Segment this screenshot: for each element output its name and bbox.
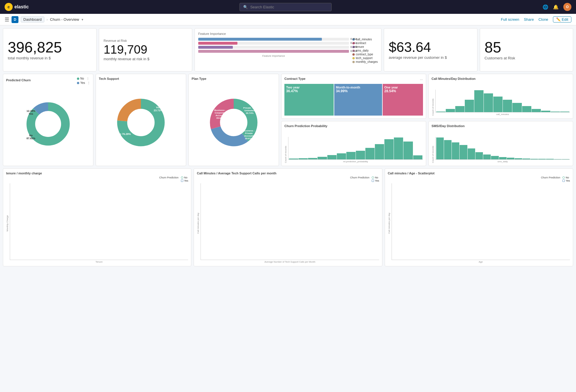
- treemap: Two year 36.47% Month-to-month 34.99% On…: [284, 84, 423, 116]
- churn-bar: [365, 148, 375, 159]
- dashboard-main: 396,825 total monthly revenue in $ Reven…: [0, 25, 576, 269]
- feature-importance-content: 0.654 0.211 0.185: [198, 38, 378, 68]
- churn-legend-yes: Yes ⋮: [77, 81, 90, 84]
- churn-bar: [318, 157, 327, 159]
- churn-bar: [394, 137, 403, 159]
- options-icon2[interactable]: ⋮: [87, 81, 90, 84]
- churn-bar: [308, 158, 317, 159]
- plan-type-wrapper: Business - Corporate Account 39.66% Priv…: [209, 98, 258, 147]
- scatter3-area: Call minutes per day Age: [388, 183, 570, 263]
- churn-pred-label: Churn Prediction: [159, 176, 179, 179]
- search-bar[interactable]: 🔍 Search Elastic: [239, 3, 332, 11]
- customers-at-risk-value: 85: [485, 40, 569, 55]
- tech-yes-label: Yes23.72%: [154, 106, 163, 112]
- total-revenue-value: 396,825: [8, 40, 92, 55]
- donut-wrapper: 12.18%Yes No87.82%: [25, 101, 71, 147]
- tech-support-card: Tech Support Yes23.72% No 76.28%: [96, 74, 186, 166]
- scatter1-area: Monthly Charge Tenure: [6, 183, 188, 263]
- donut-no-label: No87.82%: [27, 134, 35, 140]
- contract-type-title: Contract Type: [284, 77, 305, 80]
- churn-x-label: ml.prediction_probability: [288, 160, 423, 163]
- edit-label: Edit: [562, 17, 568, 22]
- scatter2-y-label: Call minutes per day: [197, 183, 199, 263]
- bar-tenure: 0.185: [198, 46, 349, 49]
- churn-bar: [327, 155, 337, 159]
- breadcrumb-d: D: [12, 16, 18, 23]
- tech-no-label: No 76.28%: [118, 133, 131, 135]
- scatter2-card: Call Minutes / Average Tech Support Call…: [194, 168, 382, 266]
- scatter3-x-label: Age: [392, 261, 570, 263]
- scatter1-canvas: [10, 183, 188, 260]
- treemap-oneyear: One year 28.54%: [383, 84, 423, 116]
- legend-monthly-charges: monthly_charges: [352, 60, 378, 63]
- churn-bars: [288, 137, 423, 160]
- chevron-down-icon[interactable]: ▾: [82, 18, 83, 22]
- revenue-at-risk-value: 119,709: [104, 44, 188, 56]
- options-icon[interactable]: ⋮: [86, 77, 89, 80]
- breadcrumb-bar: ☰ D Dashboard › Churn - Overview ▾ Full …: [0, 14, 576, 25]
- churn-bar: [346, 152, 356, 159]
- scatter2-canvas: [201, 183, 379, 260]
- call-minutes-chart: Count of records: [432, 82, 570, 116]
- more-icon[interactable]: ···: [420, 78, 423, 82]
- breadcrumb-left: ☰ D Dashboard › Churn - Overview ▾: [5, 16, 83, 23]
- churn-prob-card: Churn Prediction Probability Count of re…: [281, 121, 426, 166]
- avg-revenue-card: $63.64 average revenue per customer in $: [384, 28, 477, 71]
- scatter1-x-label: Tenure: [10, 261, 188, 263]
- churn-prob-chart: Count of records: [284, 129, 423, 163]
- edit-button[interactable]: ✏️ Edit: [553, 16, 571, 22]
- plan-private-label: Private - 5G Unlimited 30.74%: [242, 107, 258, 114]
- scatter2-x-label: Average Number of Tech Support Calls per…: [201, 261, 379, 263]
- churn-bar: [384, 139, 394, 159]
- plan-biz-label: Business - Private Account 29.61%: [241, 129, 257, 140]
- charts-row: Predicted Churn No ⋮ Yes ⋮: [3, 74, 573, 166]
- legend-tech-support: tech_support: [352, 56, 378, 60]
- scatter3-card: Call minutes / Age - Scatterplot Churn P…: [385, 168, 573, 266]
- total-revenue-card: 396,825 total monthly revenue in $: [3, 28, 97, 71]
- scatter1-legend-items: No Yes: [181, 176, 188, 182]
- revenue-at-risk-label: monthly revenue at risk in $: [104, 57, 188, 61]
- tech-support-donut: Yes23.72% No 76.28%: [99, 82, 183, 163]
- sms-dist-title: SMS//Day Distribution: [432, 124, 570, 128]
- total-revenue-label: total monthly revenue in $: [8, 56, 92, 60]
- call-y-label: Count of records: [432, 99, 434, 116]
- clone-link[interactable]: Clone: [539, 17, 548, 22]
- menu-icon[interactable]: ☰: [5, 16, 9, 23]
- fullscreen-link[interactable]: Full screen: [501, 17, 519, 22]
- elastic-logo[interactable]: e elastic: [5, 3, 29, 11]
- bar-call-minutes: 0.654: [198, 38, 349, 41]
- feature-importance-card: Feature Importance 0.654 0.211: [194, 28, 382, 71]
- scatter3-legend: Churn Prediction No Yes: [388, 176, 570, 182]
- breadcrumb-current: Churn - Overview: [50, 17, 79, 22]
- scatter1-plot: Tenure: [10, 183, 188, 263]
- contract-type-card: Contract Type ··· Two year 36.47% Month-…: [281, 74, 426, 119]
- breadcrumb-sep: ›: [47, 18, 48, 22]
- customers-at-risk-card: 85 Customers at Risk: [480, 28, 573, 71]
- plan-type-card: Plan Type Business - Corporate Account 3…: [188, 74, 279, 166]
- breadcrumb-dashboard[interactable]: Dashboard: [21, 16, 44, 22]
- sms-x-label: sms_daily: [435, 160, 570, 163]
- plan-corp-label: Business - Corporate Account 39.66%: [211, 109, 229, 119]
- treemap-monthly: Month-to-month 34.99%: [334, 84, 382, 116]
- svg-point-0: [31, 107, 65, 141]
- kpi-row: 396,825 total monthly revenue in $ Reven…: [3, 28, 573, 71]
- globe-icon[interactable]: 🌐: [543, 4, 548, 10]
- search-placeholder: Search Elastic: [250, 5, 274, 9]
- nav-icons: 🌐 🔔 O: [543, 3, 571, 11]
- sms-bars: [435, 137, 570, 160]
- churn-legend-no: No ⋮: [77, 77, 90, 80]
- bell-icon[interactable]: 🔔: [553, 4, 559, 10]
- treemap-twoyear: Two year 36.47%: [284, 84, 334, 116]
- user-avatar[interactable]: O: [563, 3, 571, 11]
- scatter2-legend: Churn Prediction No Yes: [197, 176, 379, 182]
- call-minutes-card: Call Minutes/Day Distribution Count of r…: [428, 74, 573, 119]
- contract-churn-col: Contract Type ··· Two year 36.47% Month-…: [281, 74, 426, 166]
- churn-prob-title: Churn Prediction Probability: [284, 124, 423, 128]
- legend-contract-type: contract_type: [352, 53, 378, 56]
- elastic-text: elastic: [14, 4, 29, 10]
- scatter3-title: Call minutes / Age - Scatterplot: [388, 171, 570, 175]
- share-link[interactable]: Share: [524, 17, 534, 22]
- scatter1-y-label: Monthly Charge: [6, 183, 9, 263]
- sms-y-label: Count of records: [432, 146, 434, 163]
- scatter-row: tenure / monthly charge Churn Prediction…: [3, 168, 573, 266]
